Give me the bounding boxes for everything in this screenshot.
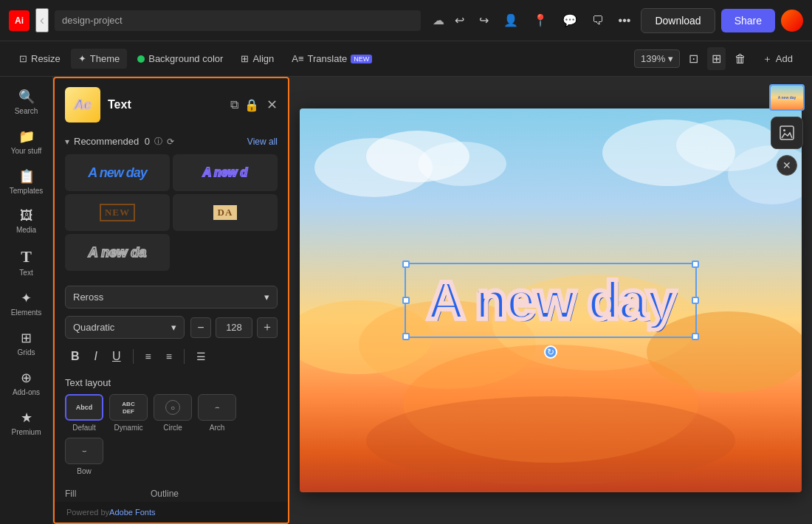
user-avatar[interactable]	[781, 10, 803, 32]
canvas-close-button[interactable]: ✕	[777, 155, 797, 176]
text-style-thumb-2[interactable]: A new d	[173, 154, 278, 191]
sidebar-item-media[interactable]: 🖼 Media	[3, 202, 50, 240]
layout-dynamic[interactable]: ABCDEF Dynamic	[109, 394, 148, 432]
font-size-row: − ＋	[190, 316, 278, 339]
panel-icon: Ac	[65, 87, 100, 123]
view-toggle-button[interactable]: ⊡	[684, 47, 703, 70]
color-row: Fill ⇄ Outline	[65, 483, 278, 502]
right-mini-panel: A new day ✕	[769, 84, 805, 176]
back-button[interactable]: ‹	[35, 8, 49, 32]
resize-button[interactable]: ⊡ Resize	[12, 49, 68, 69]
project-title: design-project	[62, 15, 123, 26]
panel-close-button[interactable]: ✕	[266, 97, 278, 113]
text-panel: Ac Text ⧉ 🔒 ✕ ▾ Recommended 0 ⓘ ⟳ View a…	[53, 77, 289, 524]
canvas-text: A new day	[412, 265, 689, 336]
undo-button[interactable]: ↩	[450, 9, 469, 32]
align-button[interactable]: ⊞ Align	[233, 49, 281, 69]
chevron-down-icon: ▾	[264, 292, 269, 303]
translate-button[interactable]: A≡ Translate NEW	[284, 49, 379, 69]
grid-button[interactable]: ⊞	[707, 47, 726, 70]
decrease-size-button[interactable]: −	[190, 317, 211, 338]
text-style-thumb-1[interactable]: A new day	[65, 154, 170, 191]
format-divider-2	[184, 349, 185, 364]
panel-footer: Powered by Adobe Fonts	[55, 502, 288, 523]
elements-icon: ✦	[21, 290, 32, 306]
image-frame-icon	[778, 124, 796, 142]
outline-label: Outline	[151, 489, 179, 499]
download-button[interactable]: Download	[641, 8, 715, 33]
text-style-thumb-3[interactable]: NEW	[65, 194, 170, 231]
sidebar-item-text[interactable]: T Text	[3, 241, 50, 283]
format-divider-1	[133, 349, 134, 364]
add-button[interactable]: ＋ Add	[755, 48, 800, 70]
font-size-input[interactable]	[216, 317, 252, 338]
underline-button[interactable]: U	[106, 346, 127, 367]
text-element[interactable]: A new day ↻	[412, 270, 689, 331]
grids-icon: ⊞	[21, 330, 32, 346]
sidebar-item-elements[interactable]: ✦ Elements	[3, 284, 50, 323]
info-icon: ⓘ	[154, 136, 162, 147]
layout-bow-thumb: ⌣	[65, 438, 103, 464]
text-style-thumb-4[interactable]: DA	[173, 194, 278, 231]
premium-icon: ★	[21, 410, 32, 426]
layout-arch-label: Arch	[210, 424, 225, 432]
sidebar-item-search[interactable]: 🔍 Search	[3, 83, 50, 121]
font-select-row: Reross ▾	[65, 286, 278, 308]
chevron-down-icon-2: ▾	[171, 322, 176, 333]
recommended-label: Recommended 0	[74, 136, 150, 147]
zoom-button[interactable]: 139% ▾	[634, 49, 680, 68]
italic-button[interactable]: I	[89, 346, 103, 367]
more-button[interactable]: •••	[614, 10, 636, 32]
panel-title: Text	[108, 98, 223, 111]
resize-icon: ⊡	[19, 53, 27, 64]
theme-button[interactable]: ✦ Theme	[71, 49, 127, 69]
font-family-select[interactable]: Reross ▾	[65, 286, 278, 308]
theme-icon: ✦	[78, 53, 86, 64]
text-style-thumbnails: A new day A new d NEW DA A new da	[55, 151, 288, 280]
add-frame-button[interactable]	[771, 117, 803, 149]
bg-color-button[interactable]: Background color	[130, 49, 230, 69]
layout-circle-thumb: ○	[154, 394, 192, 421]
canvas-thumbnail[interactable]: A new day	[769, 84, 805, 111]
layout-arch[interactable]: ⌢ Arch	[198, 394, 236, 432]
sidebar-item-addons[interactable]: ⊕ Add-ons	[3, 364, 50, 402]
lock-icon: 🔒	[244, 98, 259, 112]
text-style-thumb-5[interactable]: A new da	[65, 234, 170, 271]
panel-header: Ac Text ⧉ 🔒 ✕	[55, 78, 288, 131]
refresh-icon[interactable]: ⟳	[167, 137, 174, 147]
text-icon: T	[21, 247, 32, 266]
sidebar-item-templates[interactable]: 📋 Templates	[3, 162, 50, 201]
view-all-link[interactable]: View all	[247, 137, 278, 147]
sidebar-item-grids[interactable]: ⊞ Grids	[3, 324, 50, 362]
sidebar-item-your-stuff[interactable]: 📁 Your stuff	[3, 123, 50, 161]
align-left-button[interactable]: ≡	[140, 347, 157, 366]
chat-button[interactable]: 🗨	[588, 10, 608, 32]
redo-button[interactable]: ↪	[475, 9, 493, 32]
trash-button[interactable]: 🗑	[730, 48, 751, 70]
panel-header-icons: ⧉ 🔒	[230, 98, 259, 112]
share-button[interactable]: Share	[721, 9, 775, 32]
media-icon: 🖼	[20, 208, 33, 224]
new-badge: NEW	[351, 55, 372, 63]
sidebar-item-premium[interactable]: ★ Premium	[3, 404, 50, 442]
font-style-select[interactable]: Quadratic ▾	[65, 316, 185, 339]
location-button[interactable]: 📍	[529, 9, 552, 32]
bold-button[interactable]: B	[65, 346, 86, 367]
people-button[interactable]: 👤	[499, 9, 523, 32]
adobe-fonts-link[interactable]: Adobe Fonts	[109, 508, 155, 517]
zoom-control: 139% ▾ ⊡ ⊞ 🗑 ＋ Add	[634, 47, 800, 70]
style-size-row: Quadratic ▾ − ＋	[65, 316, 278, 339]
layout-bow-label: Bow	[77, 467, 91, 475]
sidebar: 🔍 Search 📁 Your stuff 📋 Templates 🖼 Medi…	[0, 77, 53, 524]
layout-arch-thumb: ⌢	[198, 394, 236, 421]
align-center-button[interactable]: ≡	[160, 347, 178, 366]
plus-icon: ＋	[763, 52, 772, 66]
comment-button[interactable]: 💬	[558, 9, 582, 32]
line-spacing-button[interactable]: ☰	[190, 347, 212, 366]
layout-bow[interactable]: ⌣ Bow	[65, 438, 103, 475]
layout-circle[interactable]: ○ Circle	[154, 394, 192, 432]
increase-size-button[interactable]: ＋	[257, 317, 278, 338]
layout-default[interactable]: Abcd Default	[65, 394, 103, 432]
topbar-actions: ↩ ↪ 👤 📍 💬 🗨 ••• Download Share	[450, 8, 803, 33]
section-collapse-icon[interactable]: ▾	[65, 137, 69, 147]
